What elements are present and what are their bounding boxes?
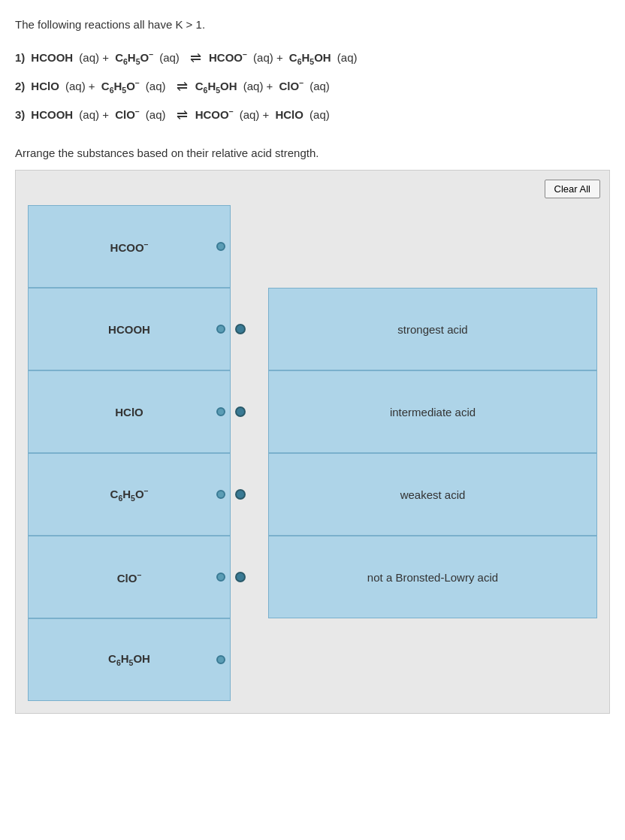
right-items-column: strongest acid intermediate acid weakest… xyxy=(268,205,597,701)
right-cell-strongest-label: strongest acid xyxy=(397,323,467,336)
left-item-c6h5oh-label: C6H5OH xyxy=(108,652,150,667)
connector-slot-4 xyxy=(231,453,268,536)
reaction-3-right2: HClO xyxy=(275,104,303,126)
right-spacer-top xyxy=(268,205,597,288)
connector-slot-2 xyxy=(231,288,268,370)
reaction-1: 1) HCOOH (aq) + C6H5O– (aq) ⇌ HCOO– (aq)… xyxy=(15,44,610,71)
reaction-1-left: HCOOH xyxy=(31,47,73,69)
connector-dot-c6h5o-weakest xyxy=(235,489,246,500)
reaction-3-right1: HCOO– xyxy=(195,104,234,126)
reaction-1-arrow: ⇌ xyxy=(190,44,201,71)
reaction-3: 3) HCOOH (aq) + ClO– (aq) ⇌ HCOO– (aq) +… xyxy=(15,101,610,128)
intro-text: The following reactions all have K > 1. xyxy=(15,18,610,31)
connector-dot-hclo-intermediate xyxy=(235,406,246,417)
reaction-2-right2: ClO– xyxy=(279,75,304,98)
reaction-2-right1-state: (aq) + xyxy=(240,75,276,98)
left-item-hcoo[interactable]: HCOO– xyxy=(28,205,231,288)
drag-area: HCOO– HCOOH HClO C6H5O– ClO– C6H5OH xyxy=(28,205,597,701)
reaction-1-right1: HCOO– xyxy=(209,47,247,69)
left-item-clo[interactable]: ClO– xyxy=(28,536,231,618)
reaction-2-right2-state: (aq) xyxy=(306,75,330,98)
left-item-c6h5o-label: C6H5O– xyxy=(110,486,149,503)
reaction-2: 2) HClO (aq) + C6H5O– (aq) ⇌ C6H5OH (aq)… xyxy=(15,73,610,100)
right-cell-strongest[interactable]: strongest acid xyxy=(268,288,597,370)
reaction-3-right2-state: (aq) xyxy=(306,104,330,126)
clo-connector-dot xyxy=(216,573,225,582)
right-cell-not-bronsted[interactable]: not a Bronsted-Lowry acid xyxy=(268,536,597,618)
reaction-2-right1: C6H5OH xyxy=(195,75,237,98)
left-item-hcooh-label: HCOOH xyxy=(108,323,150,336)
hclo-connector-dot xyxy=(216,407,225,416)
reaction-3-arrow: ⇌ xyxy=(177,101,188,128)
reaction-1-number: 1) xyxy=(15,47,25,69)
reaction-3-right1-state: (aq) + xyxy=(237,104,273,126)
reaction-3-left2-state: (aq) xyxy=(143,104,169,126)
left-items-column: HCOO– HCOOH HClO C6H5O– ClO– C6H5OH xyxy=(28,205,231,701)
reactions-block: 1) HCOOH (aq) + C6H5O– (aq) ⇌ HCOO– (aq)… xyxy=(15,44,610,128)
left-item-hcoo-label: HCOO– xyxy=(110,240,149,254)
reaction-2-left2: C6H5O– xyxy=(101,75,140,98)
left-item-c6h5o[interactable]: C6H5O– xyxy=(28,453,231,536)
reaction-1-right2: C6H5OH xyxy=(289,47,331,70)
right-cell-intermediate[interactable]: intermediate acid xyxy=(268,370,597,453)
c6h5oh-connector-dot xyxy=(216,655,225,664)
reaction-3-number: 3) xyxy=(15,104,25,126)
reaction-3-left2: ClO– xyxy=(115,104,140,126)
right-cell-weakest[interactable]: weakest acid xyxy=(268,453,597,536)
reaction-3-left1: HCOOH xyxy=(31,104,73,126)
reaction-2-left2-state: (aq) xyxy=(143,75,169,98)
reaction-2-number: 2) xyxy=(15,75,25,98)
left-item-hclo-label: HClO xyxy=(115,406,143,418)
hcooh-connector-dot xyxy=(216,325,225,334)
hcoo-connector-dot xyxy=(216,242,225,251)
connector-slot-5 xyxy=(231,536,268,618)
left-item-hcooh[interactable]: HCOOH xyxy=(28,288,231,370)
connector-dot-hcooh-strongest xyxy=(235,324,246,334)
reaction-1-left2: C6H5O– xyxy=(115,47,153,70)
connector-slot-6 xyxy=(231,618,268,701)
reaction-1-left-state: (aq) + xyxy=(76,47,112,69)
left-item-hclo[interactable]: HClO xyxy=(28,370,231,453)
reaction-3-left1-state: (aq) + xyxy=(76,104,112,126)
arrange-instructions: Arrange the substances based on their re… xyxy=(15,147,610,159)
clear-all-button[interactable]: Clear All xyxy=(545,180,600,198)
reaction-1-right1-state: (aq) + xyxy=(250,47,286,69)
right-cell-not-bronsted-label: not a Bronsted-Lowry acid xyxy=(367,571,498,584)
reaction-2-left1-state: (aq) + xyxy=(62,75,98,98)
connector-column xyxy=(231,205,268,701)
right-cell-intermediate-label: intermediate acid xyxy=(390,406,476,418)
connector-dot-clo-notbronsted xyxy=(235,572,246,582)
connector-slot-3 xyxy=(231,370,268,453)
c6h5o-connector-dot xyxy=(216,490,225,499)
reaction-1-right2-state: (aq) xyxy=(334,47,358,69)
reaction-2-arrow: ⇌ xyxy=(177,73,188,100)
right-cell-weakest-label: weakest acid xyxy=(400,488,466,501)
left-item-clo-label: ClO– xyxy=(117,570,142,585)
connector-slot-1 xyxy=(231,205,268,288)
reaction-1-left2-state: (aq) xyxy=(156,47,183,69)
left-item-c6h5oh[interactable]: C6H5OH xyxy=(28,618,231,701)
drag-drop-container: Clear All HCOO– HCOOH HClO C6H5O– ClO– xyxy=(15,170,610,714)
reaction-2-left1: HClO xyxy=(31,75,59,98)
